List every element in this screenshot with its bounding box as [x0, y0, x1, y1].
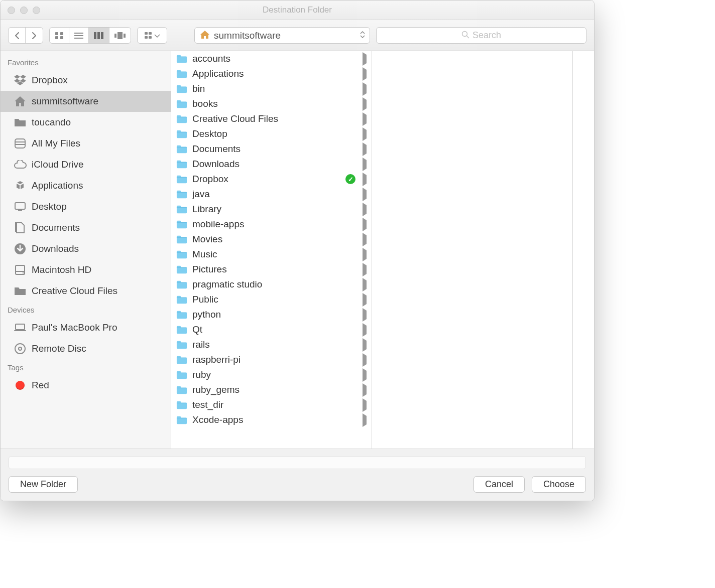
- svg-rect-7: [94, 32, 96, 39]
- folder-row[interactable]: accounts: [171, 51, 372, 66]
- folder-name: mobile-apps: [192, 219, 358, 230]
- cancel-button[interactable]: Cancel: [473, 476, 525, 493]
- chevron-right-icon: [363, 250, 367, 259]
- folder-icon: [176, 355, 187, 364]
- coverflow-view-button[interactable]: [109, 28, 131, 43]
- sidebar-item-applications[interactable]: Applications: [1, 175, 171, 196]
- chevron-right-icon: [363, 235, 367, 244]
- svg-rect-14: [149, 32, 152, 35]
- sidebar-item-label: summitsoftware: [32, 96, 98, 107]
- svg-rect-28: [16, 324, 25, 330]
- folder-row[interactable]: pragmatic studio: [171, 277, 372, 292]
- folder-row[interactable]: test_dir: [171, 397, 372, 412]
- sidebar-item-label: Red: [32, 380, 49, 391]
- list-view-button[interactable]: [69, 28, 89, 43]
- folder-name: books: [192, 98, 358, 109]
- sidebar-item-label: Creative Cloud Files: [32, 285, 117, 297]
- folder-row[interactable]: ruby_gems: [171, 382, 372, 397]
- new-folder-button[interactable]: New Folder: [9, 476, 78, 493]
- folder-row[interactable]: Public: [171, 292, 372, 307]
- folder-row[interactable]: Qt: [171, 322, 372, 337]
- folder-icon: [176, 220, 187, 229]
- folder-row[interactable]: Movies: [171, 232, 372, 247]
- folder-row[interactable]: Dropbox✓: [171, 172, 372, 187]
- column-view-button[interactable]: [89, 28, 109, 43]
- icon-view-button[interactable]: [50, 28, 69, 43]
- sidebar-item-macintosh-hd[interactable]: Macintosh HD: [1, 259, 171, 280]
- folder-row[interactable]: Music: [171, 247, 372, 262]
- folder-row[interactable]: python: [171, 307, 372, 322]
- svg-rect-12: [124, 34, 126, 38]
- toolbar: summitsoftware Search: [1, 20, 594, 51]
- sidebar-item-label: iCloud Drive: [32, 159, 83, 170]
- arrange-button[interactable]: [138, 28, 167, 43]
- sidebar-item-label: toucando: [32, 117, 71, 128]
- column-2[interactable]: [372, 51, 573, 449]
- search-field[interactable]: Search: [376, 27, 586, 44]
- bottom-bar: New Folder Cancel Choose: [1, 449, 594, 501]
- titlebar: Destination Folder: [1, 1, 594, 20]
- sidebar-item-downloads[interactable]: Downloads: [1, 238, 171, 259]
- sidebar-item-paul-s-macbook-pro[interactable]: Paul's MacBook Pro: [1, 317, 171, 338]
- sidebar-item-label: Paul's MacBook Pro: [32, 322, 117, 333]
- svg-rect-19: [15, 139, 25, 148]
- path-label: summitsoftware: [214, 30, 281, 41]
- forward-button[interactable]: [26, 28, 43, 43]
- folder-row[interactable]: Desktop: [171, 126, 372, 141]
- sidebar-item-label: Desktop: [32, 201, 67, 212]
- folder-name: Movies: [192, 234, 358, 245]
- sidebar-item-toucando[interactable]: toucando: [1, 112, 171, 133]
- folder-row[interactable]: raspberri-pi: [171, 352, 372, 367]
- folder-icon: [14, 284, 27, 298]
- svg-point-30: [15, 344, 25, 354]
- sidebar-item-icloud-drive[interactable]: iCloud Drive: [1, 154, 171, 175]
- folder-row[interactable]: Pictures: [171, 262, 372, 277]
- sidebar-item-desktop[interactable]: Desktop: [1, 196, 171, 217]
- sidebar-item-red[interactable]: Red: [1, 375, 171, 396]
- zoom-window-button[interactable]: [33, 7, 40, 14]
- sidebar-item-remote-disc[interactable]: Remote Disc: [1, 338, 171, 359]
- folder-row[interactable]: Documents: [171, 141, 372, 157]
- sidebar-item-label: All My Files: [32, 138, 80, 149]
- chevron-right-icon: [363, 280, 367, 289]
- folder-row[interactable]: Library: [171, 202, 372, 217]
- folder-row[interactable]: Applications: [171, 66, 372, 81]
- chevron-right-icon: [363, 416, 367, 424]
- allfiles-icon: [14, 137, 27, 150]
- sidebar-item-dropbox[interactable]: Dropbox: [1, 70, 171, 91]
- folder-row[interactable]: rails: [171, 337, 372, 352]
- sidebar-item-creative-cloud-files[interactable]: Creative Cloud Files: [1, 280, 171, 302]
- body: FavoritesDropboxsummitsoftwaretoucandoAl…: [1, 51, 594, 449]
- folder-icon: [176, 385, 187, 394]
- folder-name: Creative Cloud Files: [192, 113, 358, 124]
- chevron-right-icon: [363, 160, 367, 169]
- sidebar-item-documents[interactable]: Documents: [1, 217, 171, 238]
- back-button[interactable]: [9, 28, 26, 43]
- folder-row[interactable]: mobile-apps: [171, 217, 372, 232]
- folder-row[interactable]: ruby: [171, 367, 372, 382]
- svg-rect-13: [145, 32, 148, 35]
- minimize-window-button[interactable]: [20, 7, 28, 14]
- home-icon: [14, 95, 27, 108]
- folder-row[interactable]: Creative Cloud Files: [171, 111, 372, 126]
- svg-rect-8: [97, 32, 100, 39]
- folder-row[interactable]: Downloads: [171, 157, 372, 172]
- window-controls: [8, 7, 40, 14]
- sync-badge-icon: ✓: [345, 174, 355, 184]
- documents-icon: [14, 221, 27, 234]
- column-1[interactable]: accounts Applications bin books Creative…: [171, 51, 372, 449]
- folder-row[interactable]: java: [171, 187, 372, 202]
- laptop-icon: [14, 321, 27, 334]
- folder-row[interactable]: bin: [171, 81, 372, 96]
- close-window-button[interactable]: [8, 7, 15, 14]
- sidebar-item-summitsoftware[interactable]: summitsoftware: [1, 91, 171, 112]
- folder-icon: [176, 144, 187, 154]
- folder-icon: [176, 190, 187, 199]
- folder-row[interactable]: Xcode-apps: [171, 412, 372, 427]
- sidebar-item-label: Macintosh HD: [32, 264, 91, 275]
- sidebar-item-label: Downloads: [32, 243, 79, 254]
- path-control[interactable]: summitsoftware: [194, 27, 370, 44]
- choose-button[interactable]: Choose: [532, 476, 586, 493]
- sidebar-item-all-my-files[interactable]: All My Files: [1, 133, 171, 154]
- folder-row[interactable]: books: [171, 96, 372, 111]
